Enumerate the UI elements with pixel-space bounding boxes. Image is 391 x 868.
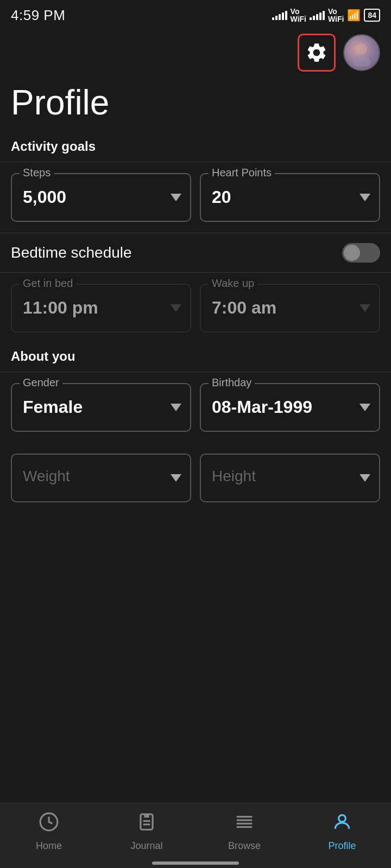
weight-placeholder: Weight bbox=[23, 468, 179, 485]
header-row bbox=[0, 28, 391, 77]
wake-up-select[interactable]: Wake up 7:00 am bbox=[200, 284, 380, 333]
about-you-fields-1: Gender Female Birthday 08-Mar-1999 bbox=[0, 372, 391, 443]
heart-points-select-box[interactable]: Heart Points 20 bbox=[200, 173, 380, 222]
nav-item-profile[interactable]: Profile bbox=[293, 812, 391, 860]
birthday-value: 08-Mar-1999 bbox=[212, 397, 368, 417]
heart-points-chevron-icon bbox=[360, 194, 370, 201]
bedtime-fields: Get in bed 11:00 pm Wake up 7:00 am bbox=[0, 273, 391, 343]
birthday-select[interactable]: Birthday 08-Mar-1999 bbox=[200, 383, 380, 432]
heart-points-value: 20 bbox=[212, 187, 368, 207]
get-in-bed-select-box[interactable]: Get in bed 11:00 pm bbox=[11, 284, 191, 333]
get-in-bed-chevron-icon bbox=[171, 304, 181, 312]
weight-chevron-icon bbox=[171, 474, 181, 482]
gender-label: Gender bbox=[20, 376, 62, 389]
heart-points-select[interactable]: Heart Points 20 bbox=[200, 173, 380, 222]
signal-bars-1 bbox=[272, 10, 287, 20]
status-time: 4:59 PM bbox=[11, 7, 65, 24]
wifi-icon: 📶 bbox=[347, 9, 361, 22]
activity-goals-section-label: Activity goals bbox=[0, 133, 391, 162]
steps-select[interactable]: Steps 5,000 bbox=[11, 173, 191, 222]
profile-nav-icon bbox=[332, 812, 352, 837]
browse-nav-icon bbox=[234, 812, 255, 837]
page-title: Profile bbox=[0, 77, 391, 133]
nav-label-journal: Journal bbox=[130, 840, 162, 852]
nav-label-browse: Browse bbox=[228, 840, 261, 852]
settings-button[interactable] bbox=[298, 34, 336, 72]
gender-select[interactable]: Gender Female bbox=[11, 383, 191, 432]
gender-select-box[interactable]: Gender Female bbox=[11, 383, 191, 432]
bottom-nav: Home Journal Browse bbox=[0, 803, 391, 868]
gender-value: Female bbox=[23, 397, 179, 417]
svg-point-10 bbox=[339, 815, 346, 822]
height-placeholder: Height bbox=[212, 468, 368, 485]
nav-label-home: Home bbox=[36, 840, 62, 852]
about-you-section-label: About you bbox=[0, 343, 391, 372]
status-icons: VoWiFi VoWiFi 📶 84 bbox=[272, 8, 380, 23]
home-nav-icon bbox=[39, 812, 59, 837]
bedtime-toggle[interactable] bbox=[342, 243, 380, 263]
home-indicator bbox=[152, 861, 239, 865]
wake-up-chevron-icon bbox=[360, 304, 370, 312]
wake-up-value: 7:00 am bbox=[212, 298, 368, 318]
weight-select-box[interactable]: Weight bbox=[11, 454, 191, 502]
get-in-bed-label: Get in bed bbox=[20, 277, 76, 290]
get-in-bed-value: 11:00 pm bbox=[23, 298, 179, 318]
nav-label-profile: Profile bbox=[328, 840, 356, 852]
avatar bbox=[343, 34, 380, 71]
height-chevron-icon bbox=[360, 474, 370, 482]
avatar-image bbox=[348, 39, 375, 66]
wake-up-label: Wake up bbox=[209, 277, 257, 290]
signal-bars-2 bbox=[310, 10, 325, 20]
wake-up-select-box[interactable]: Wake up 7:00 am bbox=[200, 284, 380, 333]
gender-chevron-icon bbox=[171, 404, 181, 411]
birthday-select-box[interactable]: Birthday 08-Mar-1999 bbox=[200, 383, 380, 432]
birthday-label: Birthday bbox=[209, 376, 255, 389]
heart-points-label: Heart Points bbox=[209, 167, 275, 179]
activity-goals-fields: Steps 5,000 Heart Points 20 bbox=[0, 162, 391, 233]
steps-chevron-icon bbox=[171, 194, 181, 201]
journal-nav-icon bbox=[136, 812, 157, 837]
bedtime-schedule-label: Bedtime schedule bbox=[11, 244, 132, 261]
battery-indicator: 84 bbox=[364, 9, 380, 22]
toggle-knob bbox=[344, 245, 360, 261]
steps-value: 5,000 bbox=[23, 187, 179, 207]
birthday-chevron-icon bbox=[360, 404, 370, 411]
nav-item-browse[interactable]: Browse bbox=[195, 812, 293, 860]
main-content: Profile Activity goals Steps 5,000 Heart… bbox=[0, 28, 391, 589]
height-select[interactable]: Height bbox=[200, 454, 380, 502]
gear-icon bbox=[305, 41, 328, 64]
get-in-bed-select[interactable]: Get in bed 11:00 pm bbox=[11, 284, 191, 333]
vo-wifi-label-2: VoWiFi bbox=[328, 8, 344, 23]
height-select-box[interactable]: Height bbox=[200, 454, 380, 502]
steps-select-box[interactable]: Steps 5,000 bbox=[11, 173, 191, 222]
battery-level: 84 bbox=[368, 11, 376, 20]
status-bar: 4:59 PM VoWiFi VoWiFi 📶 84 bbox=[0, 0, 391, 28]
svg-point-1 bbox=[353, 55, 370, 66]
steps-label: Steps bbox=[20, 167, 54, 179]
about-you-fields-2: Weight Height bbox=[0, 443, 391, 513]
nav-item-home[interactable]: Home bbox=[0, 812, 98, 860]
bedtime-schedule-row: Bedtime schedule bbox=[0, 233, 391, 272]
weight-select[interactable]: Weight bbox=[11, 454, 191, 502]
vo-wifi-label-1: VoWiFi bbox=[291, 8, 306, 23]
svg-point-0 bbox=[356, 43, 367, 54]
nav-item-journal[interactable]: Journal bbox=[98, 812, 195, 860]
